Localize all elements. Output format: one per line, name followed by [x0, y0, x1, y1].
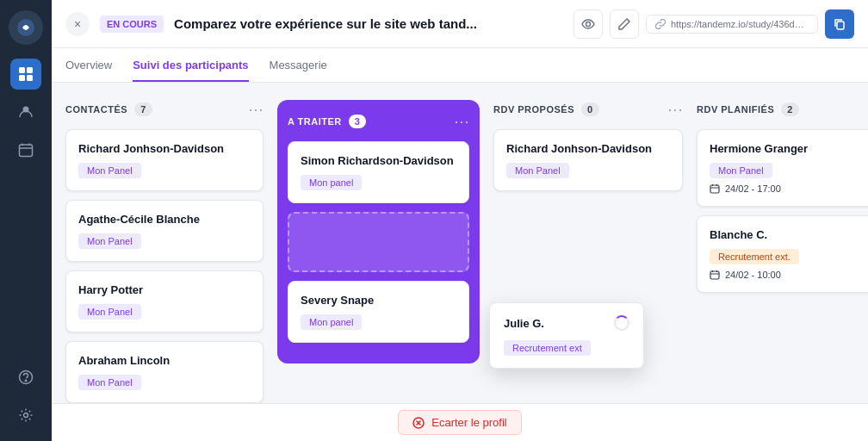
sidebar-item-users[interactable] [10, 96, 41, 127]
card-blanche[interactable]: Blanche C. Recrutement ext. 24/02 - 10:0… [697, 215, 868, 293]
card-name: Simon Richardson-Davidson [301, 154, 456, 167]
svg-rect-6 [20, 145, 33, 157]
card-date: 24/02 - 10:00 [710, 270, 868, 280]
column-contactes-title: CONTACTÉS 7 [65, 102, 152, 116]
column-a-traiter: A TRAITER 3 ⋯ Simon Richardson-Davidson … [277, 100, 480, 363]
column-contactes-header: CONTACTÉS 7 ⋯ [65, 100, 264, 119]
column-rdv-proposes: RDV PROPOSÉS 0 ⋯ Richard Jonhson-Davidso… [493, 100, 683, 200]
column-rdv-planifies-header: RDV PLANIFIÉS 2 ⋯ [697, 100, 868, 119]
copy-url-button[interactable] [825, 9, 854, 39]
topbar-actions: https://tandemz.io/study/436d6553-21... [574, 9, 854, 39]
main-area: × EN COURS Comparez votre expérience sur… [52, 0, 868, 441]
card-tag: Mon Panel [78, 163, 141, 178]
card-date: 24/02 - 17:00 [710, 183, 868, 194]
url-bar[interactable]: https://tandemz.io/study/436d6553-21... [646, 15, 818, 34]
svg-rect-3 [19, 75, 25, 81]
study-title: Comparez votre expérience sur le site we… [174, 16, 563, 31]
column-rdv-planifies-title: RDV PLANIFIÉS 2 [697, 102, 799, 116]
column-rdv-proposes-count: 0 [581, 102, 599, 116]
card-tag: Mon Panel [506, 163, 569, 178]
column-rdv-proposes-header: RDV PROPOSÉS 0 ⋯ [493, 100, 683, 119]
card-name: Hermione Granger [710, 142, 868, 155]
column-rdv-planifies-count: 2 [781, 102, 799, 116]
card-severy[interactable]: Severy Snape Mon panel [288, 281, 469, 343]
sidebar-item-help[interactable] [10, 362, 41, 393]
app-logo[interactable] [9, 10, 43, 45]
card-name: Richard Jonhson-Davidson [506, 142, 670, 155]
tooltip-card-name: Julie G. [504, 317, 544, 330]
spinner-icon [614, 315, 629, 331]
column-a-traiter-header: A TRAITER 3 ⋯ [288, 112, 469, 131]
card-tag: Mon Panel [78, 304, 141, 320]
nav-tabs: Overview Suivi des participants Messager… [52, 48, 868, 83]
column-rdv-proposes-menu[interactable]: ⋯ [667, 100, 683, 119]
column-a-traiter-count: 3 [349, 115, 367, 128]
svg-rect-11 [837, 22, 844, 29]
status-badge: EN COURS [100, 16, 164, 33]
card-abraham[interactable]: Abraham Lincoln Mon Panel [65, 341, 264, 403]
svg-rect-4 [27, 75, 33, 81]
card-name: Abraham Lincoln [78, 354, 251, 367]
card-placeholder [288, 212, 469, 272]
preview-button[interactable] [574, 9, 603, 39]
card-richard[interactable]: Richard Jonhson-Davidson Mon Panel [65, 129, 264, 191]
svg-point-10 [586, 22, 591, 26]
kanban-board: CONTACTÉS 7 ⋯ Richard Jonhson-Davidson M… [52, 83, 868, 403]
edit-button[interactable] [610, 9, 639, 39]
card-tag: Mon Panel [78, 375, 141, 390]
svg-rect-1 [19, 67, 25, 73]
tooltip-card-tag: Recrutement ext [504, 340, 591, 356]
column-contactes: CONTACTÉS 7 ⋯ Richard Jonhson-Davidson M… [65, 100, 264, 403]
tab-messagerie[interactable]: Messagerie [270, 48, 327, 82]
card-tag: Mon Panel [78, 233, 141, 249]
card-name: Severy Snape [301, 294, 456, 307]
card-hermione[interactable]: Hermione Granger Mon Panel 24/02 - 17:00 [697, 129, 868, 207]
tooltip-card[interactable]: Julie G. Recrutement ext [489, 302, 644, 369]
ecarter-button[interactable]: Ecarter le profil [398, 410, 521, 435]
card-richard-rdv[interactable]: Richard Jonhson-Davidson Mon Panel [493, 129, 683, 191]
card-tag: Mon panel [301, 175, 362, 190]
card-name: Richard Jonhson-Davidson [78, 142, 251, 155]
svg-rect-2 [27, 67, 33, 73]
tab-suivi[interactable]: Suivi des participants [133, 48, 248, 82]
card-name: Harry Potter [78, 283, 251, 296]
sidebar-item-calendar[interactable] [10, 134, 41, 165]
card-name: Blanche C. [710, 228, 868, 241]
sidebar-item-dashboard[interactable] [10, 59, 41, 90]
svg-rect-13 [710, 271, 719, 279]
sidebar-item-settings[interactable] [10, 400, 41, 431]
card-harry[interactable]: Harry Potter Mon Panel [65, 270, 264, 332]
bottom-bar: Ecarter le profil [52, 403, 868, 441]
card-agathe[interactable]: Agathe-Cécile Blanche Mon Panel [65, 200, 264, 262]
card-name: Agathe-Cécile Blanche [78, 213, 251, 226]
close-button[interactable]: × [65, 12, 90, 36]
column-contactes-menu[interactable]: ⋯ [248, 100, 264, 119]
card-simon[interactable]: Simon Richardson-Davidson Mon panel [288, 141, 469, 203]
column-rdv-planifies: RDV PLANIFIÉS 2 ⋯ Hermione Granger Mon P… [697, 100, 868, 301]
url-text: https://tandemz.io/study/436d6553-21... [671, 19, 809, 29]
column-rdv-proposes-title: RDV PROPOSÉS 0 [493, 102, 599, 116]
card-tag: Mon Panel [710, 163, 772, 178]
card-tag: Recrutement ext. [710, 249, 799, 264]
column-contactes-count: 7 [134, 102, 152, 116]
card-tag: Mon panel [301, 314, 362, 330]
column-a-traiter-menu[interactable]: ⋯ [454, 112, 469, 131]
tab-overview[interactable]: Overview [65, 48, 112, 82]
svg-point-8 [25, 380, 27, 382]
topbar: × EN COURS Comparez votre expérience sur… [52, 0, 868, 48]
svg-point-9 [24, 413, 28, 418]
sidebar [0, 0, 52, 441]
column-a-traiter-title: A TRAITER 3 [288, 115, 366, 128]
svg-rect-12 [710, 185, 719, 193]
